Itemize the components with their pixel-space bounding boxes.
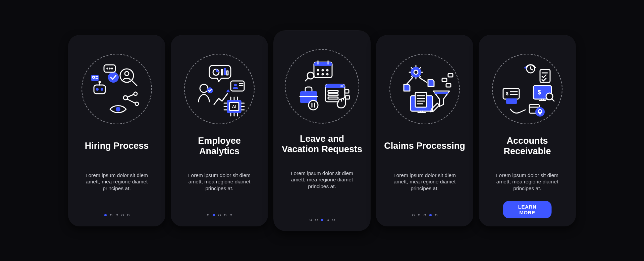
dot[interactable] bbox=[121, 214, 124, 216]
receivable-illustration-icon: $ $ bbox=[497, 59, 557, 119]
vacation-illustration-icon bbox=[292, 56, 352, 117]
svg-text:$: $ bbox=[506, 91, 508, 96]
vacation-icon bbox=[285, 49, 359, 124]
claims-icon bbox=[389, 54, 460, 124]
svg-point-55 bbox=[327, 70, 328, 71]
svg-rect-8 bbox=[94, 85, 105, 94]
svg-line-80 bbox=[411, 68, 412, 69]
card-title: Employee Analytics bbox=[179, 136, 260, 157]
dot[interactable] bbox=[412, 214, 415, 216]
dot[interactable] bbox=[207, 214, 209, 216]
svg-rect-50 bbox=[314, 62, 332, 66]
svg-line-83 bbox=[411, 76, 412, 77]
svg-rect-105 bbox=[503, 88, 519, 99]
svg-rect-71 bbox=[328, 97, 338, 99]
svg-point-10 bbox=[101, 88, 103, 91]
onboarding-card-claims: Claims Processing Lorem ipsum dolor sit … bbox=[376, 35, 473, 226]
card-title: Hiring Process bbox=[85, 136, 149, 157]
svg-point-63 bbox=[309, 100, 318, 110]
svg-line-21 bbox=[127, 94, 134, 97]
claims-illustration-icon bbox=[394, 59, 455, 119]
dot[interactable] bbox=[315, 219, 318, 221]
dot[interactable] bbox=[418, 214, 420, 216]
svg-line-96 bbox=[531, 69, 533, 70]
svg-point-12 bbox=[99, 81, 100, 83]
card-description: Lorem ipsum dolor sit diem amett, mea re… bbox=[384, 172, 465, 192]
svg-rect-89 bbox=[415, 92, 427, 107]
svg-rect-84 bbox=[442, 78, 447, 82]
svg-line-22 bbox=[127, 99, 135, 103]
svg-point-19 bbox=[134, 92, 137, 95]
dot[interactable] bbox=[224, 214, 226, 216]
svg-line-81 bbox=[420, 76, 421, 77]
svg-marker-25 bbox=[226, 89, 230, 92]
pagination-dots bbox=[273, 219, 371, 221]
card-title: Leave and Vacation Requests bbox=[281, 134, 363, 155]
pagination-dots bbox=[68, 214, 165, 216]
dot[interactable] bbox=[104, 214, 107, 216]
svg-point-54 bbox=[322, 70, 323, 71]
svg-point-23 bbox=[200, 84, 208, 92]
svg-point-9 bbox=[96, 88, 99, 91]
card-description: Lorem ipsum dolor sit diem amett, mea re… bbox=[76, 172, 157, 192]
dot[interactable] bbox=[435, 214, 437, 216]
svg-rect-70 bbox=[328, 94, 338, 96]
svg-point-46 bbox=[234, 84, 237, 86]
svg-point-56 bbox=[317, 74, 319, 75]
onboarding-card-receivable: $ $ Accounts Receivable Lorem ipsum dolo… bbox=[479, 35, 576, 226]
svg-rect-109 bbox=[506, 98, 517, 104]
learn-more-button[interactable]: LEARN MORE bbox=[503, 201, 552, 218]
svg-point-113 bbox=[540, 113, 541, 114]
analytics-icon: AI bbox=[184, 54, 255, 124]
dot[interactable] bbox=[424, 214, 426, 216]
card-description: Lorem ipsum dolor sit diem amett, mea re… bbox=[281, 170, 363, 190]
svg-rect-86 bbox=[448, 74, 453, 77]
dot[interactable] bbox=[429, 214, 432, 216]
svg-rect-69 bbox=[328, 90, 338, 92]
svg-rect-73 bbox=[345, 96, 350, 99]
svg-line-60 bbox=[305, 78, 308, 81]
hiring-illustration-icon bbox=[87, 59, 147, 119]
svg-point-5 bbox=[107, 68, 108, 69]
onboarding-card-leave: Leave and Vacation Requests Lorem ipsum … bbox=[273, 30, 371, 231]
dot[interactable] bbox=[230, 214, 232, 216]
svg-point-20 bbox=[135, 102, 139, 105]
svg-rect-43 bbox=[224, 68, 226, 75]
svg-point-3 bbox=[108, 72, 119, 83]
svg-point-6 bbox=[109, 68, 110, 69]
svg-line-2 bbox=[131, 80, 137, 86]
svg-point-1 bbox=[125, 72, 129, 76]
dot[interactable] bbox=[321, 219, 323, 221]
pagination-dots bbox=[171, 214, 268, 216]
svg-rect-72 bbox=[345, 90, 349, 93]
svg-point-53 bbox=[317, 70, 319, 71]
card-title: Claims Processing bbox=[384, 136, 465, 157]
analytics-illustration-icon: AI bbox=[189, 59, 250, 119]
svg-point-112 bbox=[535, 107, 545, 117]
card-description: Lorem ipsum dolor sit diem amett, mea re… bbox=[487, 172, 568, 192]
hiring-icon bbox=[82, 54, 152, 124]
svg-point-7 bbox=[112, 68, 112, 69]
svg-text:$: $ bbox=[538, 89, 541, 96]
card-description: Lorem ipsum dolor sit diem amett, mea re… bbox=[179, 172, 260, 192]
dot[interactable] bbox=[127, 214, 129, 216]
svg-rect-44 bbox=[227, 71, 228, 75]
receivable-icon: $ $ bbox=[492, 54, 562, 124]
svg-rect-85 bbox=[446, 84, 451, 87]
dot[interactable] bbox=[213, 214, 215, 216]
onboarding-card-hiring: Hiring Process Lorem ipsum dolor sit die… bbox=[68, 35, 165, 226]
svg-line-82 bbox=[420, 68, 421, 69]
svg-point-57 bbox=[322, 74, 323, 75]
dot[interactable] bbox=[110, 214, 112, 216]
dot[interactable] bbox=[218, 214, 221, 216]
card-title: Accounts Receivable bbox=[487, 136, 568, 157]
pagination-dots bbox=[376, 214, 473, 216]
dot[interactable] bbox=[327, 219, 329, 221]
dot[interactable] bbox=[310, 219, 312, 221]
svg-point-17 bbox=[116, 107, 120, 112]
dot[interactable] bbox=[116, 214, 118, 216]
dot[interactable] bbox=[332, 219, 335, 221]
svg-text:AI: AI bbox=[232, 104, 236, 109]
svg-rect-42 bbox=[221, 70, 223, 75]
onboarding-card-analytics: AI Employee Analytics Lorem ipsum dolor … bbox=[171, 35, 268, 226]
